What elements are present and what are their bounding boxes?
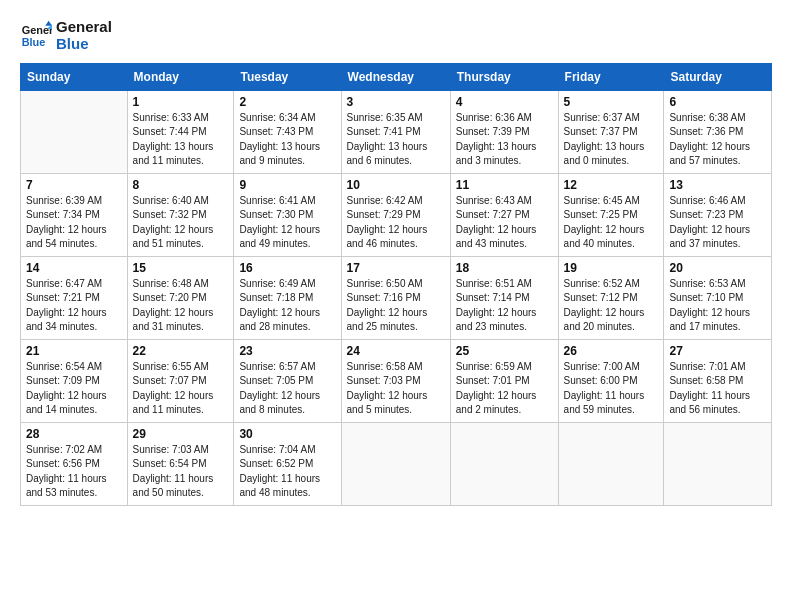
calendar-cell: 20Sunrise: 6:53 AMSunset: 7:10 PMDayligh… <box>664 256 772 339</box>
day-number: 18 <box>456 261 553 275</box>
day-info: Sunrise: 7:00 AMSunset: 6:00 PMDaylight:… <box>564 360 659 418</box>
header: General Blue General Blue <box>20 18 772 53</box>
calendar-cell: 18Sunrise: 6:51 AMSunset: 7:14 PMDayligh… <box>450 256 558 339</box>
day-number: 22 <box>133 344 229 358</box>
day-info: Sunrise: 6:51 AMSunset: 7:14 PMDaylight:… <box>456 277 553 335</box>
header-tuesday: Tuesday <box>234 63 341 90</box>
calendar-cell: 17Sunrise: 6:50 AMSunset: 7:16 PMDayligh… <box>341 256 450 339</box>
calendar-cell <box>450 422 558 505</box>
week-row-3: 14Sunrise: 6:47 AMSunset: 7:21 PMDayligh… <box>21 256 772 339</box>
logo-text-line2: Blue <box>56 35 112 52</box>
calendar-cell: 24Sunrise: 6:58 AMSunset: 7:03 PMDayligh… <box>341 339 450 422</box>
day-info: Sunrise: 6:57 AMSunset: 7:05 PMDaylight:… <box>239 360 335 418</box>
calendar-cell: 12Sunrise: 6:45 AMSunset: 7:25 PMDayligh… <box>558 173 664 256</box>
day-info: Sunrise: 6:42 AMSunset: 7:29 PMDaylight:… <box>347 194 445 252</box>
day-number: 23 <box>239 344 335 358</box>
day-info: Sunrise: 6:41 AMSunset: 7:30 PMDaylight:… <box>239 194 335 252</box>
calendar-cell: 19Sunrise: 6:52 AMSunset: 7:12 PMDayligh… <box>558 256 664 339</box>
calendar-cell: 5Sunrise: 6:37 AMSunset: 7:37 PMDaylight… <box>558 90 664 173</box>
calendar-cell: 28Sunrise: 7:02 AMSunset: 6:56 PMDayligh… <box>21 422 128 505</box>
day-number: 26 <box>564 344 659 358</box>
calendar-cell <box>341 422 450 505</box>
week-row-2: 7Sunrise: 6:39 AMSunset: 7:34 PMDaylight… <box>21 173 772 256</box>
day-number: 4 <box>456 95 553 109</box>
day-info: Sunrise: 6:54 AMSunset: 7:09 PMDaylight:… <box>26 360 122 418</box>
day-info: Sunrise: 6:47 AMSunset: 7:21 PMDaylight:… <box>26 277 122 335</box>
day-number: 21 <box>26 344 122 358</box>
calendar-cell: 16Sunrise: 6:49 AMSunset: 7:18 PMDayligh… <box>234 256 341 339</box>
day-info: Sunrise: 6:53 AMSunset: 7:10 PMDaylight:… <box>669 277 766 335</box>
calendar-cell: 25Sunrise: 6:59 AMSunset: 7:01 PMDayligh… <box>450 339 558 422</box>
day-number: 1 <box>133 95 229 109</box>
day-info: Sunrise: 6:38 AMSunset: 7:36 PMDaylight:… <box>669 111 766 169</box>
day-info: Sunrise: 6:34 AMSunset: 7:43 PMDaylight:… <box>239 111 335 169</box>
day-number: 25 <box>456 344 553 358</box>
calendar-cell: 6Sunrise: 6:38 AMSunset: 7:36 PMDaylight… <box>664 90 772 173</box>
day-number: 13 <box>669 178 766 192</box>
day-number: 3 <box>347 95 445 109</box>
logo-icon: General Blue <box>20 19 52 51</box>
day-info: Sunrise: 6:46 AMSunset: 7:23 PMDaylight:… <box>669 194 766 252</box>
day-info: Sunrise: 6:52 AMSunset: 7:12 PMDaylight:… <box>564 277 659 335</box>
day-info: Sunrise: 7:02 AMSunset: 6:56 PMDaylight:… <box>26 443 122 501</box>
day-info: Sunrise: 6:58 AMSunset: 7:03 PMDaylight:… <box>347 360 445 418</box>
calendar-table: SundayMondayTuesdayWednesdayThursdayFrid… <box>20 63 772 506</box>
day-number: 16 <box>239 261 335 275</box>
day-info: Sunrise: 6:59 AMSunset: 7:01 PMDaylight:… <box>456 360 553 418</box>
day-number: 10 <box>347 178 445 192</box>
day-number: 30 <box>239 427 335 441</box>
day-number: 8 <box>133 178 229 192</box>
calendar-cell: 15Sunrise: 6:48 AMSunset: 7:20 PMDayligh… <box>127 256 234 339</box>
day-number: 15 <box>133 261 229 275</box>
day-number: 29 <box>133 427 229 441</box>
calendar-cell: 23Sunrise: 6:57 AMSunset: 7:05 PMDayligh… <box>234 339 341 422</box>
day-info: Sunrise: 6:40 AMSunset: 7:32 PMDaylight:… <box>133 194 229 252</box>
day-number: 17 <box>347 261 445 275</box>
day-number: 14 <box>26 261 122 275</box>
week-row-4: 21Sunrise: 6:54 AMSunset: 7:09 PMDayligh… <box>21 339 772 422</box>
calendar-cell <box>664 422 772 505</box>
calendar-cell: 9Sunrise: 6:41 AMSunset: 7:30 PMDaylight… <box>234 173 341 256</box>
day-number: 24 <box>347 344 445 358</box>
calendar-cell: 26Sunrise: 7:00 AMSunset: 6:00 PMDayligh… <box>558 339 664 422</box>
day-number: 7 <box>26 178 122 192</box>
calendar-cell: 4Sunrise: 6:36 AMSunset: 7:39 PMDaylight… <box>450 90 558 173</box>
header-monday: Monday <box>127 63 234 90</box>
header-thursday: Thursday <box>450 63 558 90</box>
day-number: 2 <box>239 95 335 109</box>
day-info: Sunrise: 6:33 AMSunset: 7:44 PMDaylight:… <box>133 111 229 169</box>
calendar-cell: 14Sunrise: 6:47 AMSunset: 7:21 PMDayligh… <box>21 256 128 339</box>
day-info: Sunrise: 6:48 AMSunset: 7:20 PMDaylight:… <box>133 277 229 335</box>
calendar-cell: 8Sunrise: 6:40 AMSunset: 7:32 PMDaylight… <box>127 173 234 256</box>
day-info: Sunrise: 7:04 AMSunset: 6:52 PMDaylight:… <box>239 443 335 501</box>
calendar-cell: 7Sunrise: 6:39 AMSunset: 7:34 PMDaylight… <box>21 173 128 256</box>
header-saturday: Saturday <box>664 63 772 90</box>
day-info: Sunrise: 6:49 AMSunset: 7:18 PMDaylight:… <box>239 277 335 335</box>
day-info: Sunrise: 7:01 AMSunset: 6:58 PMDaylight:… <box>669 360 766 418</box>
week-row-5: 28Sunrise: 7:02 AMSunset: 6:56 PMDayligh… <box>21 422 772 505</box>
day-info: Sunrise: 6:35 AMSunset: 7:41 PMDaylight:… <box>347 111 445 169</box>
day-number: 9 <box>239 178 335 192</box>
logo-text-line1: General <box>56 18 112 35</box>
calendar-cell: 27Sunrise: 7:01 AMSunset: 6:58 PMDayligh… <box>664 339 772 422</box>
day-info: Sunrise: 6:43 AMSunset: 7:27 PMDaylight:… <box>456 194 553 252</box>
svg-text:General: General <box>22 24 52 36</box>
calendar-cell: 10Sunrise: 6:42 AMSunset: 7:29 PMDayligh… <box>341 173 450 256</box>
calendar-cell: 21Sunrise: 6:54 AMSunset: 7:09 PMDayligh… <box>21 339 128 422</box>
day-number: 20 <box>669 261 766 275</box>
logo: General Blue General Blue <box>20 18 112 53</box>
header-friday: Friday <box>558 63 664 90</box>
day-number: 12 <box>564 178 659 192</box>
day-info: Sunrise: 6:37 AMSunset: 7:37 PMDaylight:… <box>564 111 659 169</box>
calendar-cell <box>21 90 128 173</box>
calendar-cell <box>558 422 664 505</box>
day-number: 19 <box>564 261 659 275</box>
day-number: 5 <box>564 95 659 109</box>
calendar-cell: 22Sunrise: 6:55 AMSunset: 7:07 PMDayligh… <box>127 339 234 422</box>
calendar-cell: 1Sunrise: 6:33 AMSunset: 7:44 PMDaylight… <box>127 90 234 173</box>
day-info: Sunrise: 6:45 AMSunset: 7:25 PMDaylight:… <box>564 194 659 252</box>
day-info: Sunrise: 6:39 AMSunset: 7:34 PMDaylight:… <box>26 194 122 252</box>
svg-text:Blue: Blue <box>22 36 46 48</box>
calendar-cell: 29Sunrise: 7:03 AMSunset: 6:54 PMDayligh… <box>127 422 234 505</box>
header-row: SundayMondayTuesdayWednesdayThursdayFrid… <box>21 63 772 90</box>
